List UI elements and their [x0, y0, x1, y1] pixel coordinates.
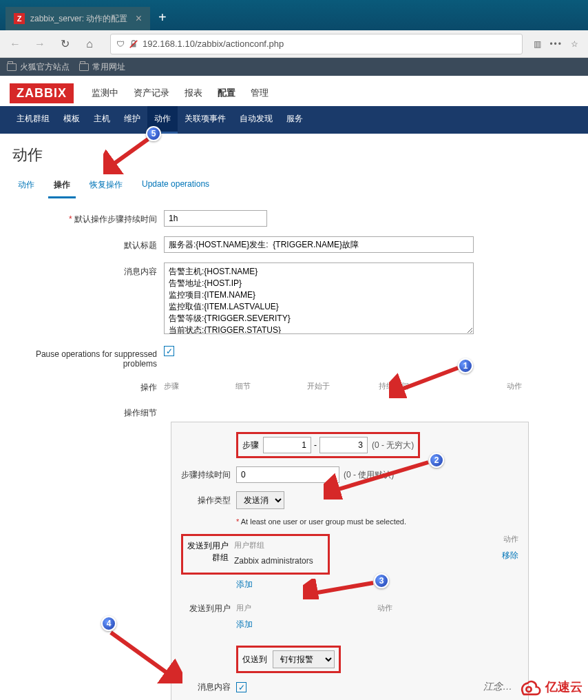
- submenu-templates[interactable]: 模板: [56, 106, 87, 134]
- link-remove-group[interactable]: 移除: [502, 550, 518, 562]
- submenu-correlation[interactable]: 关联项事件: [178, 106, 233, 134]
- bookmark-star-icon[interactable]: ☆: [571, 39, 578, 49]
- reload-button[interactable]: ↻: [55, 34, 74, 54]
- submenu-hosts[interactable]: 主机: [87, 106, 117, 134]
- label-pause-suppressed: Pause operations for suppressed problems: [12, 346, 164, 369]
- browser-nav-bar: ← → ↻ ⌂ 🛡 192.168.1.10/zabbix/actionconf…: [0, 30, 588, 58]
- browser-tab-bar: Z zabbix_server: 动作的配置 × +: [0, 0, 588, 30]
- sub-menu: 主机群组 模板 主机 维护 动作 关联项事件 自动发现 服务: [0, 106, 588, 134]
- tab-recovery[interactable]: 恢复操作: [84, 174, 128, 198]
- submenu-discovery[interactable]: 自动发现: [233, 106, 280, 134]
- submenu-services[interactable]: 服务: [280, 106, 310, 134]
- watermark-logo-icon: [516, 677, 541, 697]
- menu-configuration[interactable]: 配置: [211, 83, 242, 103]
- annotation-badge-4: 4: [101, 616, 116, 631]
- label-operation-detail: 操作细节: [12, 404, 164, 419]
- tab-operations[interactable]: 操作: [48, 174, 76, 198]
- svg-line-6: [111, 632, 172, 677]
- bookmark-folder[interactable]: 常用网址: [79, 61, 125, 73]
- new-tab-button[interactable]: +: [158, 10, 167, 25]
- svg-point-8: [526, 687, 531, 692]
- home-button[interactable]: ⌂: [80, 34, 99, 54]
- bookmark-folder[interactable]: 火狐官方站点: [7, 61, 70, 73]
- group-name: Zabbix administrators: [234, 556, 324, 566]
- input-step-from[interactable]: [263, 437, 311, 453]
- annotation-arrow-1: [389, 364, 465, 398]
- input-default-step-duration[interactable]: [164, 210, 267, 227]
- operations-table-header: 步骤 细节 开始于 持续时间 动作: [164, 378, 522, 394]
- select-media-type[interactable]: 钉钉报警: [273, 650, 335, 668]
- tab-favicon: Z: [14, 13, 25, 24]
- submenu-hostgroups[interactable]: 主机群组: [10, 106, 56, 134]
- menu-inventory[interactable]: 资产记录: [127, 83, 176, 103]
- annotation-arrow-5: [103, 136, 158, 174]
- annotation-badge-5: 5: [146, 126, 161, 141]
- label-default-step-duration: 默认操作步骤持续时间: [12, 210, 164, 225]
- checkbox-pause-suppressed[interactable]: ✓: [164, 346, 174, 356]
- label-operations: 操作: [12, 378, 164, 393]
- tab-close-icon[interactable]: ×: [129, 12, 142, 25]
- page-title: 动作: [0, 134, 588, 174]
- svg-line-4: [332, 462, 428, 491]
- annotation-arrow-4: [107, 628, 182, 683]
- reader-icon[interactable]: ▥: [534, 39, 541, 49]
- folder-icon: [79, 63, 89, 71]
- label-message-content: 消息内容: [12, 262, 164, 278]
- svg-line-7: [109, 139, 148, 167]
- menu-administration[interactable]: 管理: [244, 83, 275, 103]
- highlight-media-type: 仅送到 钉钉报警: [236, 646, 341, 673]
- annotation-arrow-2: [324, 458, 434, 500]
- bookmark-bar: 火狐官方站点 常用网址: [0, 58, 588, 76]
- highlight-user-groups: 发送到用户群组 用户群组 Zabbix administrators: [181, 534, 330, 575]
- forward-button[interactable]: →: [30, 34, 50, 54]
- textarea-message-content[interactable]: 告警主机:{HOST.NAME} 告警地址:{HOST.IP} 监控项目:{IT…: [164, 262, 474, 334]
- tab-title: zabbix_server: 动作的配置: [30, 13, 127, 25]
- label-send-to-group: 发送到用户群组: [187, 540, 234, 564]
- annotation-badge-1: 1: [458, 358, 473, 373]
- link-add-user[interactable]: 添加: [236, 619, 253, 630]
- top-menu: 监测中 资产记录 报表 配置 管理: [85, 83, 275, 103]
- browser-tab[interactable]: Z zabbix_server: 动作的配置 ×: [6, 7, 150, 30]
- label-operation-type: 操作类型: [181, 495, 236, 506]
- menu-monitoring[interactable]: 监测中: [85, 83, 125, 103]
- label-default-title: 默认标题: [12, 236, 164, 251]
- zabbix-logo[interactable]: ZABBIX: [10, 83, 74, 103]
- svg-line-5: [310, 583, 373, 594]
- select-operation-type[interactable]: 发送消息: [236, 491, 284, 509]
- link-add-group[interactable]: 添加: [236, 579, 253, 590]
- watermark: 江念… 亿速云: [483, 677, 582, 697]
- zabbix-header: ZABBIX 监测中 资产记录 报表 配置 管理: [0, 76, 588, 106]
- annotation-badge-2: 2: [429, 453, 444, 468]
- menu-dots-icon[interactable]: •••: [549, 39, 563, 49]
- label-step-duration: 步骤持续时间: [181, 469, 236, 481]
- shield-icon: 🛡: [116, 39, 125, 49]
- form-area: 默认操作步骤持续时间 默认标题 消息内容 告警主机:{HOST.NAME} 告警…: [0, 199, 588, 700]
- insecure-icon: [129, 39, 138, 49]
- highlight-steps: 步骤 - (0 - 无穷大): [236, 432, 420, 458]
- tab-action[interactable]: 动作: [12, 174, 40, 198]
- annotation-badge-3: 3: [374, 573, 389, 588]
- input-step-to[interactable]: [319, 437, 368, 453]
- url-text: 192.168.1.10/zabbix/actionconf.php: [143, 39, 284, 49]
- menu-reports[interactable]: 报表: [178, 83, 209, 103]
- submenu-maintenance[interactable]: 维护: [117, 106, 147, 134]
- svg-line-3: [396, 368, 458, 391]
- form-tabs: 动作 操作 恢复操作 Update operations: [0, 174, 588, 199]
- label-msg-content: 消息内容: [181, 681, 236, 693]
- tab-update[interactable]: Update operations: [136, 174, 215, 198]
- label-send-to-user: 发送到用户: [181, 603, 236, 615]
- input-default-title[interactable]: [164, 236, 474, 253]
- annotation-arrow-3: [303, 579, 379, 599]
- checkbox-msg-content[interactable]: ✓: [236, 682, 246, 692]
- back-button[interactable]: ←: [6, 34, 25, 54]
- folder-icon: [7, 63, 17, 71]
- note-user-required: At least one user or user group must be …: [236, 517, 406, 526]
- url-bar[interactable]: 🛡 192.168.1.10/zabbix/actionconf.php: [110, 34, 523, 54]
